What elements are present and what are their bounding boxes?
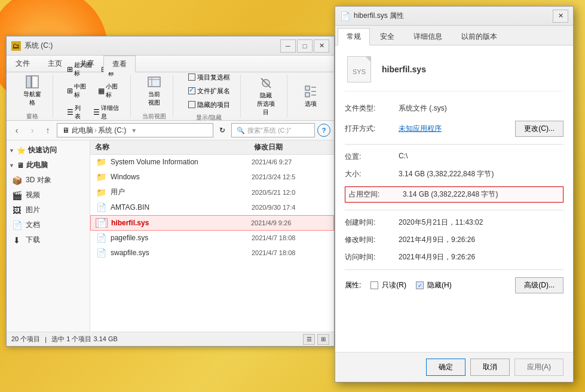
open-with-value[interactable]: 未知应用程序 xyxy=(399,124,510,134)
ribbon-tabs: 文件 主页 共享 查看 xyxy=(7,56,334,72)
file-date: 2021/4/7 18:08 xyxy=(252,234,329,241)
back-button[interactable]: ‹ xyxy=(10,124,23,137)
hidden-items-checkbox-icon xyxy=(188,101,195,108)
expand-icon: ▼ xyxy=(9,163,14,169)
disk-size-label: 占用空间: xyxy=(349,189,403,200)
file-date: 2021/4/9 9:26 xyxy=(251,219,329,226)
explorer-title-text: 系统 (C:) xyxy=(24,41,277,51)
folder-icon: 📁 xyxy=(95,188,107,197)
file-item-users[interactable]: 📁 用户 2020/5/21 12:0 xyxy=(90,185,334,200)
file-name: AMTAG.BIN xyxy=(111,203,252,212)
accessed-value: 2021年4月9日，9:26:26 xyxy=(399,252,563,262)
current-view-btn[interactable]: 当前视图 xyxy=(142,72,167,110)
file-big-icon: SYS xyxy=(345,55,373,84)
file-item-windows[interactable]: 📁 Windows 2021/3/24 12:5 xyxy=(90,170,334,185)
location-label: 位置: xyxy=(345,152,399,162)
tab-previous-versions[interactable]: 以前的版本 xyxy=(452,28,506,45)
address-input[interactable]: 🖥 此电脑 › 系统 (C:) ▼ xyxy=(57,123,213,137)
search-box[interactable]: 🔍 搜索"系统 (C:)" xyxy=(231,123,315,137)
large-view-toggle[interactable]: ⊞ xyxy=(317,334,329,345)
close-button[interactable]: ✕ xyxy=(314,39,329,53)
advanced-button[interactable]: 高级(D)... xyxy=(515,277,563,293)
readonly-checkbox[interactable] xyxy=(370,281,378,289)
attributes-label: 属性: xyxy=(345,280,361,290)
sidebar-item-documents[interactable]: 📄 文档 xyxy=(7,218,90,232)
tab-details[interactable]: 详细信息 xyxy=(405,28,451,45)
navigation-pane-btn[interactable]: 导航窗格 xyxy=(17,72,47,110)
file-header: SYS hiberfil.sys xyxy=(345,55,563,91)
folder-icon: 📁 xyxy=(95,157,107,167)
apply-button[interactable]: 应用(A) xyxy=(514,359,563,376)
file-title: hiberfil.sys xyxy=(382,65,426,74)
dialog-content: SYS hiberfil.sys 文件类型: 系统文件 (.sys) 打开方式:… xyxy=(335,45,573,352)
file-date: 2020/9/30 17:4 xyxy=(252,204,329,211)
file-name: 用户 xyxy=(111,187,252,197)
view-medium[interactable]: ⊞ 中图标 xyxy=(64,81,93,100)
col-name: 名称 xyxy=(95,142,252,152)
help-button[interactable]: ? xyxy=(317,124,330,137)
ribbon-group-layout: ⊞ 超大图标 ⊞ 大图标 ⊞ 中图标 ▦ 小图标 xyxy=(58,75,130,118)
file-extensions-checkbox-icon xyxy=(188,87,195,94)
forward-button[interactable]: › xyxy=(26,124,39,137)
dialog-tabs: 常规 安全 详细信息 以前的版本 xyxy=(335,26,573,45)
sys-file-icon: 📄 xyxy=(95,233,107,243)
open-with-label: 打开方式: xyxy=(345,124,399,134)
tab-view[interactable]: 查看 xyxy=(103,56,136,72)
sidebar-item-pictures[interactable]: 🖼 图片 xyxy=(7,203,90,218)
size-label: 大小: xyxy=(345,169,399,179)
tab-general[interactable]: 常规 xyxy=(338,28,370,45)
checkbox-file-extensions[interactable]: 文件扩展名 xyxy=(184,85,234,97)
explorer-window-controls: ─ □ ✕ xyxy=(280,39,329,53)
file-item-swapfile[interactable]: 📄 swapfile.sys 2021/4/7 18:08 xyxy=(90,246,334,261)
options-icon xyxy=(304,84,318,99)
minimize-button[interactable]: ─ xyxy=(280,39,296,53)
file-item-pagefile[interactable]: 📄 pagefile.sys 2021/4/7 18:08 xyxy=(90,231,334,246)
view-list[interactable]: ☰ 列表 xyxy=(64,103,87,122)
dialog-close-button[interactable]: ✕ xyxy=(553,10,568,23)
view-details[interactable]: ☰ 详细信息 xyxy=(90,103,124,122)
hide-selected-btn[interactable]: 隐藏 所选项目 xyxy=(252,73,281,120)
file-type-label: 文件类型: xyxy=(345,103,399,114)
file-list: 名称 修改日期 📁 System Volume Information 2021… xyxy=(90,140,334,332)
view-extra-large[interactable]: ⊞ 超大图标 xyxy=(64,60,95,79)
pc-icon: 🖥 xyxy=(17,161,24,170)
dialog-title-bar: 📄 hiberfil.sys 属性 ✕ xyxy=(335,7,573,26)
location-value: C:\ xyxy=(399,152,563,162)
tab-file[interactable]: 文件 xyxy=(7,56,39,72)
current-view-icon xyxy=(147,75,161,89)
file-icon-inner: SYS xyxy=(347,56,371,82)
up-button[interactable]: ↑ xyxy=(41,124,54,137)
svg-rect-3 xyxy=(148,77,160,87)
tab-security[interactable]: 安全 xyxy=(371,28,403,45)
checkbox-hidden-items[interactable]: 隐藏的项目 xyxy=(184,99,234,111)
ok-button[interactable]: 确定 xyxy=(426,359,465,376)
change-button[interactable]: 更改(C)... xyxy=(515,121,563,137)
checkbox-item-checkbox[interactable]: 项目复选框 xyxy=(184,71,234,84)
quick-access-icon: ⭐ xyxy=(17,146,26,155)
details-view-toggle[interactable]: ☰ xyxy=(303,334,315,345)
file-item-system-volume[interactable]: 📁 System Volume Information 2021/4/6 9:2… xyxy=(90,155,334,170)
hidden-checkbox[interactable]: ✓ xyxy=(416,281,424,289)
sidebar-this-pc[interactable]: ▼ 🖥 此电脑 xyxy=(7,158,90,173)
cancel-button[interactable]: 取消 xyxy=(470,359,510,376)
options-btn[interactable]: 选项 xyxy=(298,81,323,111)
maximize-button[interactable]: □ xyxy=(297,39,313,53)
refresh-button[interactable]: ↻ xyxy=(216,124,229,137)
sidebar-item-3dobjects[interactable]: 📦 3D 对象 xyxy=(7,173,90,188)
ribbon-group-show-hide: 项目复选框 文件扩展名 隐藏的项目 显示/隐藏 xyxy=(178,75,241,118)
modified-label: 修改时间: xyxy=(345,235,399,245)
hide-selected-icon xyxy=(259,76,273,90)
prop-modified: 修改时间: 2021年4月9日，9:26:26 xyxy=(345,235,563,245)
videos-icon: 🎬 xyxy=(11,191,22,200)
file-item-hiberfil[interactable]: 📄 hiberfil.sys 2021/4/9 9:26 xyxy=(90,215,334,231)
file-item-amtag[interactable]: 📄 AMTAG.BIN 2020/9/30 17:4 xyxy=(90,200,334,215)
readonly-checkbox-row: 只读(R) xyxy=(370,280,406,290)
separator2 xyxy=(345,210,563,210)
prop-location: 位置: C:\ xyxy=(345,152,563,162)
sidebar-item-videos[interactable]: 🎬 视频 xyxy=(7,188,90,203)
ribbon-content: 导航窗格 窗格 ⊞ 超大图标 ⊞ 大图标 xyxy=(7,72,334,120)
view-small[interactable]: ▦ 小图标 xyxy=(95,81,124,100)
sidebar-quick-access[interactable]: ▼ ⭐ 快速访问 xyxy=(7,143,90,158)
main-content: ▼ ⭐ 快速访问 ▼ 🖥 此电脑 📦 3D 对象 🎬 视频 🖼 图片 xyxy=(7,140,334,332)
sidebar-item-downloads[interactable]: ⬇ 下载 xyxy=(7,232,90,247)
